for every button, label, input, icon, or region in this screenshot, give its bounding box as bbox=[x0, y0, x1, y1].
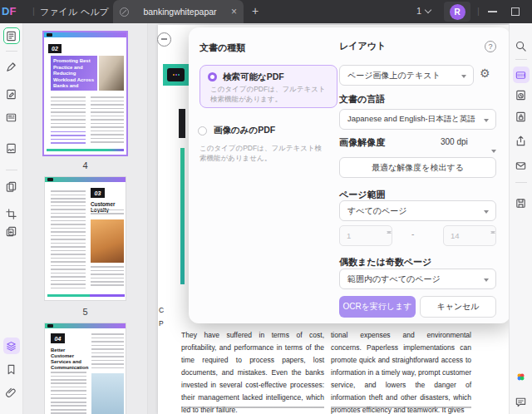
rail-divider bbox=[515, 59, 527, 60]
radio-unselected[interactable] bbox=[198, 126, 207, 136]
rail-divider bbox=[515, 182, 527, 183]
thumb-header-bar bbox=[45, 177, 126, 182]
minimize-button[interactable] bbox=[488, 11, 497, 12]
mail-icon[interactable] bbox=[513, 157, 530, 174]
text-lines-placeholder bbox=[91, 96, 124, 145]
thumbnail-page-6[interactable]: 04 Better Customer Services and Communic… bbox=[44, 323, 126, 414]
thumb-photo bbox=[91, 219, 124, 263]
signature-icon[interactable] bbox=[3, 140, 20, 156]
layers-icon[interactable] bbox=[3, 338, 20, 354]
extract-pages-icon[interactable] bbox=[3, 223, 20, 239]
menu-help[interactable]: ヘルプ bbox=[81, 6, 109, 18]
thumb-footer-bar bbox=[47, 294, 125, 297]
run-ocr-button[interactable]: OCRを実行します bbox=[339, 296, 416, 318]
page-thumbnails-icon[interactable] bbox=[3, 27, 20, 44]
bookmark-icon[interactable] bbox=[3, 361, 20, 377]
page-number-label: 5 bbox=[23, 307, 147, 317]
menu-file[interactable]: ファイル bbox=[40, 6, 77, 18]
language-select[interactable]: Japanese and English-日本語と英語 bbox=[339, 109, 496, 130]
range-from-stepper[interactable]: 1 bbox=[339, 225, 392, 246]
compose-note-icon[interactable] bbox=[3, 86, 20, 102]
text-fragment: P bbox=[159, 319, 164, 328]
search-icon[interactable] bbox=[513, 37, 530, 54]
text-lines-placeholder bbox=[91, 209, 124, 217]
window-count: 1 bbox=[416, 6, 421, 16]
thumb-header-bar bbox=[44, 32, 126, 37]
logo-dot bbox=[173, 74, 175, 76]
section-title: Promoting Best Practice and Reducing Wor… bbox=[51, 56, 97, 91]
option-description: このタイプのPDFは、フルテキスト検索機能がありません。 bbox=[200, 144, 324, 164]
help-icon[interactable]: ? bbox=[485, 41, 496, 52]
gear-icon[interactable]: ⚙ bbox=[480, 67, 490, 80]
window-count-dropdown[interactable]: 1 bbox=[416, 6, 431, 16]
thumb-logo bbox=[47, 324, 53, 328]
document-brand-logo bbox=[163, 64, 190, 86]
app-logo: DF bbox=[2, 5, 16, 17]
thumb-photo bbox=[91, 373, 124, 414]
body-text-left-column: They have suffered in terms of cost, pro… bbox=[181, 329, 324, 414]
option-title: 検索可能なPDF bbox=[223, 71, 284, 83]
chevron-down-icon bbox=[484, 210, 489, 214]
resolution-select[interactable]: 300 dpi bbox=[441, 131, 496, 152]
chevron-down-icon bbox=[425, 6, 431, 12]
tab-close-icon[interactable]: × bbox=[231, 7, 237, 17]
page-range-select[interactable]: すべてのページ bbox=[339, 200, 496, 221]
titlebar: DF | ファイル ヘルプ bankingwhitepapar × + 1 R … bbox=[0, 0, 532, 23]
section-badge: 02 bbox=[48, 44, 62, 53]
radio-selected[interactable] bbox=[208, 72, 217, 81]
text-lines-placeholder bbox=[51, 372, 86, 414]
crop-pages-icon[interactable] bbox=[3, 205, 20, 222]
detect-resolution-button[interactable]: 最適な解像度を検出する bbox=[339, 157, 496, 178]
copy-pages-icon[interactable] bbox=[3, 178, 20, 195]
doc-history-icon[interactable] bbox=[513, 86, 530, 103]
ocr-icon[interactable] bbox=[513, 67, 530, 83]
comment-icon[interactable] bbox=[513, 393, 530, 410]
language-value: Japanese and English-日本語と英語 bbox=[347, 114, 475, 125]
chevron-down-icon bbox=[484, 278, 489, 282]
tab-title: bankingwhitepapar bbox=[129, 7, 231, 17]
resolution-label: 画像解像度 bbox=[339, 136, 385, 149]
range-from-value: 1 bbox=[347, 231, 351, 240]
logo-letter-f: F bbox=[9, 5, 16, 17]
ai-assistant-icon[interactable] bbox=[513, 368, 530, 385]
option-title: 画像のみのPDF bbox=[214, 125, 275, 136]
thumb-logo bbox=[47, 33, 52, 37]
tab-file-icon bbox=[120, 7, 129, 17]
titlebar-divider-2: | bbox=[477, 6, 480, 16]
thumbnail-page-5[interactable]: 03 Customer Loyalty bbox=[44, 176, 126, 301]
ocr-dialog: 文書の種類 検索可能なPDF このタイプのPDFは、フルテキスト検索機能がありま… bbox=[189, 27, 510, 323]
new-tab-button[interactable]: + bbox=[252, 4, 259, 17]
collapse-panel-button[interactable] bbox=[157, 32, 171, 47]
share-icon[interactable] bbox=[513, 132, 530, 149]
cancel-button[interactable]: キャンセル bbox=[420, 296, 496, 318]
attachment-icon[interactable] bbox=[3, 384, 20, 401]
app-window: DF | ファイル ヘルプ bankingwhitepapar × + 1 R … bbox=[0, 0, 532, 414]
chevron-down-icon bbox=[491, 150, 496, 153]
rail-divider bbox=[6, 51, 17, 52]
thumbnail-page-4[interactable]: 02 Promoting Best Practice and Reducing … bbox=[44, 32, 126, 155]
left-toolbar bbox=[0, 23, 23, 414]
parity-select[interactable]: 範囲内のすべてのページ bbox=[339, 269, 496, 289]
section-heading: Better Customer Services and Communicati… bbox=[51, 347, 88, 371]
text-lines-placeholder bbox=[51, 96, 86, 130]
layout-select[interactable]: ページ画像上のテキスト bbox=[339, 65, 474, 86]
body-text-right-column: tional expenses and environmental concer… bbox=[331, 329, 471, 414]
save-icon[interactable] bbox=[513, 195, 530, 211]
protect-document-icon[interactable] bbox=[513, 108, 530, 125]
text-lines-placeholder bbox=[91, 266, 124, 288]
range-to-stepper[interactable]: 14 bbox=[443, 225, 496, 246]
option-searchable-pdf[interactable]: 検索可能なPDF このタイプのPDFは、フルテキスト検索機能があります。 bbox=[200, 65, 337, 108]
logo-dot bbox=[175, 74, 177, 76]
range-separator: - bbox=[411, 229, 414, 239]
page-range-value: すべてのページ bbox=[347, 205, 406, 217]
document-tab[interactable]: bankingwhitepapar × bbox=[113, 0, 244, 23]
resolution-value: 300 dpi bbox=[441, 137, 468, 146]
logo-dot bbox=[178, 74, 180, 76]
maximize-button[interactable] bbox=[511, 7, 520, 16]
chevron-down-icon bbox=[484, 119, 489, 122]
right-toolbar bbox=[509, 23, 532, 414]
account-button[interactable]: R bbox=[444, 2, 470, 22]
logo-letter-d: D bbox=[2, 5, 9, 17]
form-fields-icon[interactable] bbox=[3, 109, 20, 126]
highlighter-icon[interactable] bbox=[3, 58, 20, 75]
